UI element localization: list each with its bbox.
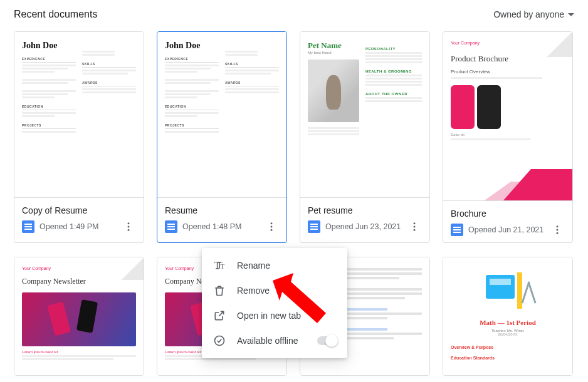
doc-thumbnail: John Doe EXPERIENCE EDUCATION PROJECTS S… [14, 32, 144, 197]
thumb-pet-name: Pet Name [308, 41, 359, 51]
more-actions-button[interactable] [550, 222, 565, 237]
menu-item-label: Remove [237, 286, 270, 296]
menu-item-label: Open in new tab [237, 311, 301, 321]
svg-point-5 [271, 229, 273, 231]
thumb-person-name: John Doe [22, 41, 76, 51]
doc-opened-time: Opened Jun 23, 2021 [325, 222, 402, 231]
thumb-text: Dolor sit [451, 133, 565, 137]
doc-thumbnail: Your Company Product Brochure Product Ov… [443, 32, 572, 200]
doc-thumbnail: John Doe EXPERIENCE EDUCATION PROJECTS S… [157, 32, 286, 197]
thumb-pet-sub: My best friend [308, 51, 359, 54]
google-docs-icon [22, 220, 34, 233]
doc-card[interactable]: Your Company Product Brochure Product Ov… [443, 31, 573, 243]
thumb-caption: Lorem ipsum dolor sit [22, 350, 136, 354]
offline-toggle[interactable] [317, 336, 336, 345]
svg-point-0 [128, 222, 130, 224]
thumb-company: Your Company [22, 266, 136, 271]
more-vert-icon [123, 221, 134, 232]
more-vert-icon [266, 221, 277, 232]
doc-title: Resume [165, 205, 279, 215]
thumb-section-heading: HEALTH & GROOMING [365, 70, 422, 73]
doc-card[interactable]: Math — 1st Period Teacher: Ms. Writer 20… [443, 257, 573, 376]
doc-title: Copy of Resume [22, 205, 136, 215]
svg-point-2 [128, 229, 130, 231]
menu-item-label: Available offline [237, 336, 298, 346]
menu-item-available-offline[interactable]: Available offline [202, 328, 347, 353]
section-title: Recent documents [14, 9, 97, 20]
thumb-date: 20/04/20XX [451, 333, 565, 336]
svg-point-10 [557, 229, 559, 231]
doc-opened-time: Opened 1:49 PM [39, 222, 116, 231]
owner-filter-label: Owned by anyone [493, 9, 564, 19]
svg-point-4 [271, 226, 273, 228]
doc-opened-time: Opened 1:48 PM [182, 222, 259, 231]
doc-opened-time: Opened Jun 21, 2021 [468, 225, 545, 234]
thumb-subheading: Product Overview [451, 69, 565, 75]
doc-card[interactable]: Your Company Company Newsletter Lorem ip… [14, 257, 144, 376]
svg-point-1 [128, 226, 130, 228]
doc-thumbnail: Your Company Company Newsletter Lorem ip… [14, 257, 144, 376]
svg-point-7 [414, 226, 416, 228]
svg-point-12 [215, 336, 224, 346]
more-actions-button[interactable] [264, 219, 279, 234]
google-docs-icon [308, 220, 320, 233]
caret-down-icon [568, 13, 574, 16]
more-actions-button[interactable] [407, 219, 422, 234]
thumb-section-heading: PERSONALITY [365, 47, 422, 51]
menu-item-label: Rename [237, 261, 270, 271]
thumb-person-name: John Doe [165, 41, 219, 51]
offline-icon [213, 334, 226, 347]
more-vert-icon [409, 221, 420, 232]
more-actions-button[interactable] [121, 219, 136, 234]
svg-point-9 [557, 225, 559, 227]
thumb-heading: Company Newsletter [22, 277, 136, 286]
thumb-section-heading: ABOUT THE OWNER [365, 92, 422, 96]
thumb-title: Math — 1st Period [451, 319, 565, 326]
svg-point-6 [414, 222, 416, 224]
menu-item-rename[interactable]: TT Rename [202, 253, 347, 278]
open-in-new-icon [213, 309, 226, 322]
svg-point-11 [557, 232, 559, 234]
doc-title: Pet resume [308, 205, 422, 215]
context-menu: TT Rename Remove Open in new tab Availab… [202, 248, 347, 358]
menu-item-remove[interactable]: Remove [202, 278, 347, 303]
menu-item-open-new-tab[interactable]: Open in new tab [202, 303, 347, 328]
google-docs-icon [451, 224, 463, 236]
google-docs-icon [165, 220, 177, 233]
more-vert-icon [552, 224, 563, 235]
doc-card[interactable]: Pet Name My best friend PERSONALITY HEAL… [300, 31, 430, 243]
trash-icon [213, 284, 226, 297]
doc-title: Brochure [451, 209, 565, 219]
thumb-section-heading: Education Standards [451, 356, 565, 360]
svg-point-8 [414, 229, 416, 231]
rename-icon: TT [213, 259, 226, 272]
doc-thumbnail: Math — 1st Period Teacher: Ms. Writer 20… [443, 257, 572, 376]
svg-point-3 [271, 222, 273, 224]
thumb-section-heading: Overview & Purpose [451, 345, 565, 349]
owner-filter-dropdown[interactable]: Owned by anyone [493, 9, 574, 19]
doc-card[interactable]: John Doe EXPERIENCE EDUCATION PROJECTS S… [157, 31, 287, 243]
doc-card[interactable]: John Doe EXPERIENCE EDUCATION PROJECTS S… [14, 31, 144, 243]
doc-thumbnail: Pet Name My best friend PERSONALITY HEAL… [300, 32, 429, 197]
